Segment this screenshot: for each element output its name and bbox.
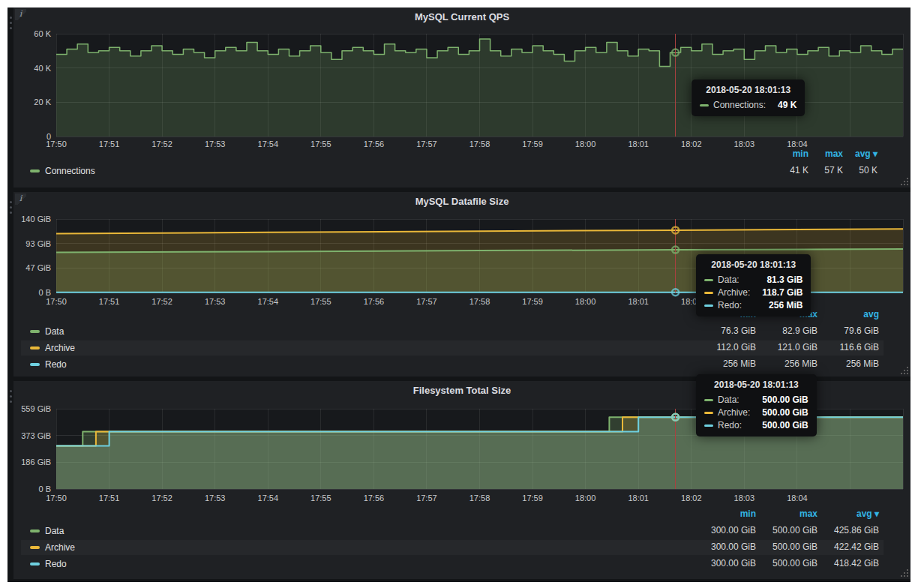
svg-text:18:04: 18:04 — [787, 140, 808, 148]
svg-text:18:03: 18:03 — [734, 494, 755, 502]
legend-header-min[interactable]: min — [771, 148, 808, 160]
series-color-dash — [704, 292, 713, 294]
series-color-dash — [30, 170, 40, 172]
legend-header-max[interactable]: max — [756, 508, 818, 520]
legend-value-avg: 50 K — [840, 165, 878, 177]
svg-text:17:57: 17:57 — [416, 140, 437, 148]
svg-text:47 GiB: 47 GiB — [26, 263, 51, 272]
legend-series-redo[interactable]: Redo — [30, 558, 67, 570]
legend-header-avg[interactable]: avg — [818, 309, 879, 321]
svg-text:18:02: 18:02 — [681, 494, 702, 502]
tooltip-series-label: Redo: — [718, 300, 742, 310]
panel-drag-handle[interactable] — [10, 390, 12, 392]
svg-text:559 GiB: 559 GiB — [21, 404, 51, 413]
svg-text:17:58: 17:58 — [470, 494, 490, 502]
legend-value-max: 256 MiB — [756, 358, 818, 370]
svg-text:17:53: 17:53 — [205, 297, 226, 306]
svg-text:17:57: 17:57 — [416, 494, 437, 502]
tooltip-series-row: Connections:49 K — [700, 100, 796, 110]
series-color-dash — [30, 546, 40, 549]
legend-value-avg: 116.6 GiB — [818, 342, 879, 354]
series-name: Archive — [45, 542, 75, 553]
svg-text:17:59: 17:59 — [522, 140, 543, 148]
svg-text:373 GiB: 373 GiB — [21, 431, 51, 440]
series-color-dash — [704, 412, 713, 414]
tooltip-series-label: Data: — [718, 274, 740, 285]
tooltip-series-row: Data:500.00 GiB — [704, 394, 808, 405]
series-color-dash — [30, 363, 40, 366]
tooltip-timestamp: 2018-05-20 18:01:13 — [704, 260, 802, 270]
legend-series-archive[interactable]: Archive — [30, 542, 75, 554]
svg-text:17:56: 17:56 — [364, 140, 385, 148]
svg-text:17:55: 17:55 — [310, 297, 332, 306]
legend-series-archive[interactable]: Archive — [30, 342, 75, 354]
tooltip-series-value: 500.00 GiB — [750, 394, 808, 405]
svg-text:17:59: 17:59 — [522, 494, 543, 502]
svg-text:17:53: 17:53 — [205, 494, 226, 502]
tooltip-series-value: 118.7 GiB — [750, 287, 802, 298]
series-color-dash — [30, 530, 40, 532]
legend-value-min: 300.00 GiB — [694, 558, 756, 570]
legend-header-max[interactable]: max — [806, 148, 843, 160]
tooltip-series-value: 256 MiB — [757, 300, 802, 310]
legend-value-min: 41 K — [771, 165, 808, 177]
legend-header-avg[interactable]: avg ▾ — [818, 508, 879, 520]
panel-drag-handle[interactable] — [10, 16, 12, 19]
svg-text:17:52: 17:52 — [152, 297, 172, 306]
grafana-dashboard: i MySQL Current QPS 60 K40 K20 K017:5017… — [8, 8, 910, 582]
svg-text:18:04: 18:04 — [787, 494, 808, 502]
legend-header-min[interactable]: min — [694, 508, 756, 520]
panel-drag-handle[interactable] — [10, 201, 12, 203]
panel-resize-handle[interactable] — [900, 366, 908, 374]
legend-series-data[interactable]: Data — [30, 525, 64, 537]
tooltip-series-value: 49 K — [766, 100, 796, 110]
panel-resize-handle[interactable] — [900, 568, 908, 577]
svg-text:0 B: 0 B — [38, 484, 51, 494]
svg-text:20 K: 20 K — [34, 98, 51, 106]
series-color-dash — [704, 399, 713, 401]
panel-resize-handle[interactable] — [900, 177, 908, 185]
graph-tooltip: 2018-05-20 18:01:13Data:500.00 GiBArchiv… — [696, 374, 817, 436]
svg-text:17:54: 17:54 — [258, 494, 279, 502]
svg-text:17:56: 17:56 — [364, 297, 385, 306]
svg-text:0 B: 0 B — [38, 288, 51, 297]
series-color-dash — [700, 104, 709, 106]
legend-series-redo[interactable]: Redo — [30, 358, 67, 370]
series-color-dash — [30, 346, 40, 350]
svg-text:18:00: 18:00 — [575, 297, 596, 306]
series-color-dash — [30, 562, 40, 566]
series-color-dash — [30, 330, 40, 333]
svg-text:18:03: 18:03 — [734, 140, 755, 148]
tooltip-series-row: Redo:500.00 GiB — [704, 420, 808, 430]
tooltip-series-label: Data: — [718, 394, 740, 405]
svg-text:93 GiB: 93 GiB — [26, 239, 51, 248]
legend-series-data[interactable]: Data — [30, 326, 64, 338]
svg-text:40 K: 40 K — [34, 64, 51, 73]
series-name: Redo — [45, 559, 67, 569]
svg-text:18:01: 18:01 — [628, 140, 649, 148]
series-name: Redo — [45, 359, 67, 370]
svg-text:18:02: 18:02 — [681, 140, 702, 148]
svg-text:186 GiB: 186 GiB — [21, 458, 51, 466]
legend-value-avg: 425.86 GiB — [818, 525, 879, 537]
tooltip-series-label: Archive: — [718, 407, 750, 418]
tooltip-series-row: Archive:500.00 GiB — [704, 407, 808, 418]
tooltip-series-value: 81.3 GiB — [754, 274, 802, 285]
graph-tooltip: 2018-05-20 18:01:13Connections:49 K — [692, 80, 805, 116]
svg-text:18:01: 18:01 — [628, 494, 649, 502]
legend-series-connections[interactable]: Connections — [30, 165, 95, 177]
series-name: Data — [45, 326, 64, 337]
tooltip-series-value: 500.00 GiB — [750, 420, 808, 430]
svg-text:17:53: 17:53 — [205, 140, 226, 148]
svg-text:17:57: 17:57 — [416, 297, 437, 306]
svg-text:17:58: 17:58 — [470, 297, 490, 306]
svg-text:17:51: 17:51 — [99, 140, 120, 148]
tooltip-series-label: Archive: — [718, 287, 750, 298]
tooltip-series-row: Redo:256 MiB — [704, 300, 802, 310]
tooltip-timestamp: 2018-05-20 18:01:13 — [704, 380, 808, 390]
legend-value-min: 76.3 GiB — [694, 326, 756, 338]
legend-value-avg: 79.6 GiB — [818, 326, 879, 338]
series-name: Data — [45, 526, 64, 536]
legend-header-avg[interactable]: avg ▾ — [840, 148, 878, 160]
svg-text:17:51: 17:51 — [99, 297, 120, 306]
